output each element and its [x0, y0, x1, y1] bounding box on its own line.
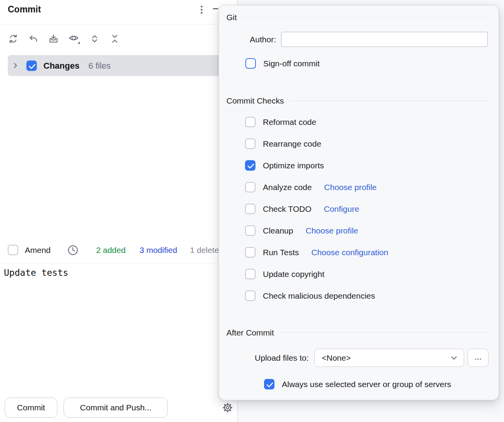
changes-label: Changes — [43, 61, 79, 71]
signoff-label[interactable]: Sign-off commit — [263, 58, 320, 69]
collapse-all-icon — [109, 33, 120, 44]
section-commit-checks: Commit Checks — [226, 95, 489, 106]
check-row-run-tests: Run Tests Choose configuration — [245, 247, 388, 258]
check-label[interactable]: Run Tests — [263, 247, 299, 258]
reformat-code-checkbox[interactable] — [245, 117, 255, 127]
check-label[interactable]: Check TODO — [263, 204, 311, 214]
check-malicious-dependencies-checkbox[interactable] — [245, 291, 255, 301]
run-tests-checkbox[interactable] — [245, 247, 255, 258]
section-rule — [242, 17, 489, 17]
rollback-icon — [28, 33, 39, 44]
author-label: Author: — [219, 34, 276, 45]
rearrange-code-checkbox[interactable] — [245, 138, 255, 149]
section-rule — [289, 100, 489, 101]
message-divider — [0, 263, 238, 263]
clock-icon — [67, 244, 79, 256]
check-label[interactable]: Rearrange code — [263, 138, 321, 149]
check-label[interactable]: Reformat code — [263, 117, 316, 127]
shelve-button[interactable] — [47, 33, 60, 45]
browse-servers-button[interactable]: ... — [468, 349, 488, 367]
expand-all-icon — [89, 33, 100, 44]
stat-modified: 3 modified — [140, 245, 177, 255]
section-commit-checks-title: Commit Checks — [226, 96, 284, 106]
commit-options-popup: Git Author: Sign-off commit Commit Check… — [219, 5, 499, 400]
signoff-checkbox[interactable] — [245, 58, 256, 69]
changes-tree-row[interactable]: Changes 6 files — [8, 55, 238, 76]
section-rule — [280, 332, 489, 333]
rollback-button[interactable] — [27, 33, 40, 45]
section-git: Git — [226, 12, 489, 22]
commit-and-push-button[interactable]: Commit and Push... — [64, 398, 168, 418]
signoff-row: Sign-off commit — [245, 58, 320, 69]
commit-message-editor[interactable]: Update tests — [4, 267, 221, 278]
upload-target-select[interactable]: <None> — [314, 349, 464, 367]
check-label[interactable]: Cleanup — [263, 225, 293, 236]
gear-icon — [222, 402, 233, 413]
commit-tool-window: Commit — [0, 0, 238, 422]
refresh-button[interactable] — [7, 33, 19, 45]
shelve-icon — [48, 33, 59, 44]
check-row-update-copyright: Update copyright — [245, 269, 324, 279]
settings-button[interactable] — [221, 401, 234, 414]
update-copyright-checkbox[interactable] — [245, 269, 255, 279]
more-options-button[interactable] — [195, 3, 208, 16]
hide-panel-icon[interactable] — [213, 8, 218, 9]
author-input[interactable] — [281, 32, 488, 47]
check-row-optimize-imports: Optimize imports — [245, 160, 324, 171]
analyze-code-checkbox[interactable] — [245, 182, 255, 192]
upload-target-value: <None> — [322, 353, 351, 363]
configure-link[interactable]: Configure — [324, 204, 359, 214]
collapse-all-button[interactable] — [109, 33, 121, 45]
chevron-right-icon — [10, 60, 21, 71]
optimize-imports-checkbox[interactable] — [245, 160, 255, 171]
amend-checkbox[interactable] — [8, 245, 18, 255]
cleanup-checkbox[interactable] — [245, 225, 255, 236]
check-label[interactable]: Check malicious dependencies — [263, 291, 375, 301]
choose-profile-link[interactable]: Choose profile — [306, 225, 358, 236]
amend-label[interactable]: Amend — [25, 245, 51, 255]
preview-button[interactable] — [67, 33, 81, 45]
commit-button[interactable]: Commit — [5, 398, 57, 418]
section-after-commit: After Commit — [226, 327, 489, 338]
commit-history-button[interactable] — [67, 244, 79, 256]
header-divider — [0, 24, 238, 24]
choose-configuration-link[interactable]: Choose configuration — [311, 247, 388, 258]
kebab-menu-icon — [196, 4, 207, 15]
check-row-analyze-code: Analyze code Choose profile — [245, 182, 377, 192]
ide-root: Commit — [0, 0, 504, 422]
changes-count: 6 files — [88, 61, 110, 71]
expand-all-button[interactable] — [88, 33, 101, 45]
always-use-server-row: Always use selected server or group of s… — [264, 379, 451, 389]
stat-added: 2 added — [96, 245, 126, 255]
always-use-server-checkbox[interactable] — [264, 379, 274, 389]
check-label[interactable]: Analyze code — [263, 182, 312, 192]
check-label[interactable]: Optimize imports — [263, 160, 324, 171]
upload-files-label: Upload files to: — [219, 353, 309, 363]
eye-icon — [68, 33, 81, 45]
section-git-title: Git — [226, 13, 237, 22]
check-todo-checkbox[interactable] — [245, 204, 255, 214]
check-row-check-todo: Check TODO Configure — [245, 204, 359, 214]
check-row-cleanup: Cleanup Choose profile — [245, 225, 358, 236]
panel-title: Commit — [8, 4, 41, 15]
check-row-check-malicious-dependencies: Check malicious dependencies — [245, 291, 375, 301]
chevron-down-icon — [450, 356, 457, 360]
section-after-commit-title: After Commit — [226, 328, 274, 337]
refresh-icon — [8, 33, 19, 44]
always-use-server-label[interactable]: Always use selected server or group of s… — [282, 379, 451, 389]
choose-profile-link[interactable]: Choose profile — [324, 182, 376, 192]
expand-node-button[interactable] — [9, 59, 22, 72]
check-row-rearrange-code: Rearrange code — [245, 138, 321, 149]
check-row-reformat-code: Reformat code — [245, 117, 316, 127]
changes-checkbox[interactable] — [26, 61, 37, 71]
check-label[interactable]: Update copyright — [263, 269, 324, 279]
